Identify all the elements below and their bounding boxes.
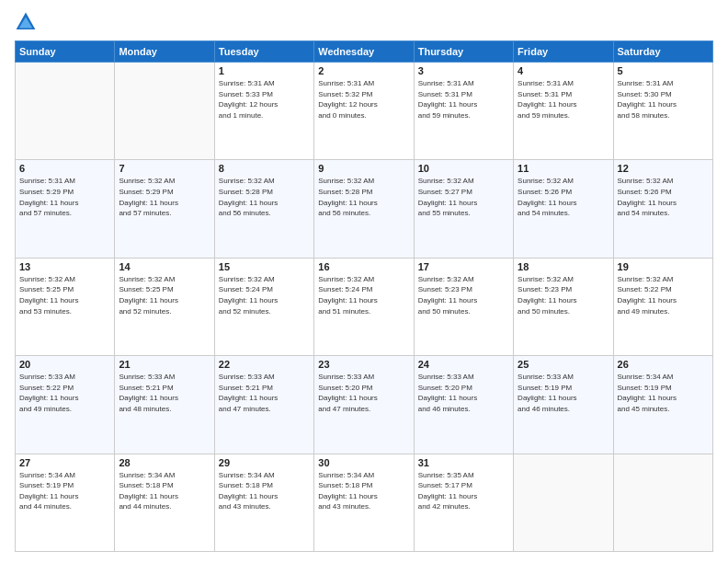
- day-info: Sunrise: 5:32 AM Sunset: 5:28 PM Dayligh…: [219, 176, 310, 218]
- day-number: 23: [318, 359, 409, 370]
- day-info: Sunrise: 5:32 AM Sunset: 5:25 PM Dayligh…: [119, 274, 210, 316]
- day-info: Sunrise: 5:34 AM Sunset: 5:19 PM Dayligh…: [19, 470, 110, 512]
- day-number: 21: [119, 359, 210, 370]
- day-info: Sunrise: 5:32 AM Sunset: 5:26 PM Dayligh…: [618, 176, 709, 218]
- calendar-cell: 2Sunrise: 5:31 AM Sunset: 5:32 PM Daylig…: [314, 63, 414, 160]
- calendar-cell: 23Sunrise: 5:33 AM Sunset: 5:20 PM Dayli…: [314, 356, 414, 454]
- calendar-cell: 3Sunrise: 5:31 AM Sunset: 5:31 PM Daylig…: [414, 63, 513, 160]
- weekday-header-wednesday: Wednesday: [314, 41, 414, 63]
- day-number: 15: [219, 261, 310, 272]
- day-info: Sunrise: 5:32 AM Sunset: 5:28 PM Dayligh…: [318, 176, 409, 218]
- day-info: Sunrise: 5:32 AM Sunset: 5:22 PM Dayligh…: [618, 274, 709, 316]
- day-number: 30: [318, 457, 409, 468]
- calendar-cell: 5Sunrise: 5:31 AM Sunset: 5:30 PM Daylig…: [613, 63, 712, 160]
- weekday-header-thursday: Thursday: [414, 41, 513, 63]
- day-number: 22: [219, 359, 310, 370]
- day-number: 28: [119, 457, 210, 468]
- day-number: 9: [318, 163, 409, 174]
- day-number: 24: [418, 359, 509, 370]
- calendar-cell: 28Sunrise: 5:34 AM Sunset: 5:18 PM Dayli…: [115, 454, 214, 551]
- day-number: 3: [418, 65, 509, 76]
- day-info: Sunrise: 5:33 AM Sunset: 5:20 PM Dayligh…: [318, 372, 409, 414]
- day-number: 14: [119, 261, 210, 272]
- day-number: 4: [518, 65, 609, 76]
- day-number: 17: [418, 261, 509, 272]
- day-info: Sunrise: 5:31 AM Sunset: 5:29 PM Dayligh…: [19, 176, 110, 218]
- calendar-cell: 13Sunrise: 5:32 AM Sunset: 5:25 PM Dayli…: [16, 258, 115, 355]
- calendar-cell: [115, 63, 214, 160]
- weekday-header-sunday: Sunday: [16, 41, 115, 63]
- calendar-cell: 24Sunrise: 5:33 AM Sunset: 5:20 PM Dayli…: [414, 356, 513, 454]
- day-number: 19: [618, 261, 709, 272]
- day-number: 31: [418, 457, 509, 468]
- day-number: 16: [318, 261, 409, 272]
- day-info: Sunrise: 5:31 AM Sunset: 5:32 PM Dayligh…: [318, 78, 409, 121]
- calendar-cell: 20Sunrise: 5:33 AM Sunset: 5:22 PM Dayli…: [16, 356, 115, 454]
- day-info: Sunrise: 5:31 AM Sunset: 5:33 PM Dayligh…: [219, 78, 310, 121]
- calendar-cell: 29Sunrise: 5:34 AM Sunset: 5:18 PM Dayli…: [214, 454, 313, 551]
- day-number: 6: [19, 163, 110, 174]
- calendar-cell: 25Sunrise: 5:33 AM Sunset: 5:19 PM Dayli…: [514, 356, 613, 454]
- day-info: Sunrise: 5:33 AM Sunset: 5:21 PM Dayligh…: [219, 372, 310, 414]
- weekday-header-saturday: Saturday: [613, 41, 712, 63]
- calendar-cell: 4Sunrise: 5:31 AM Sunset: 5:31 PM Daylig…: [514, 63, 613, 160]
- day-info: Sunrise: 5:33 AM Sunset: 5:20 PM Dayligh…: [418, 372, 509, 414]
- day-info: Sunrise: 5:35 AM Sunset: 5:17 PM Dayligh…: [418, 470, 509, 512]
- day-info: Sunrise: 5:32 AM Sunset: 5:24 PM Dayligh…: [318, 274, 409, 316]
- calendar-cell: [613, 454, 712, 551]
- calendar-cell: 31Sunrise: 5:35 AM Sunset: 5:17 PM Dayli…: [414, 454, 513, 551]
- day-info: Sunrise: 5:32 AM Sunset: 5:27 PM Dayligh…: [418, 176, 509, 218]
- day-number: 10: [418, 163, 509, 174]
- day-number: 8: [219, 163, 310, 174]
- weekday-header-friday: Friday: [514, 41, 613, 63]
- day-info: Sunrise: 5:31 AM Sunset: 5:31 PM Dayligh…: [418, 78, 509, 121]
- day-number: 5: [618, 65, 709, 76]
- day-number: 12: [618, 163, 709, 174]
- day-info: Sunrise: 5:32 AM Sunset: 5:24 PM Dayligh…: [219, 274, 310, 316]
- calendar-cell: 8Sunrise: 5:32 AM Sunset: 5:28 PM Daylig…: [214, 160, 313, 258]
- day-info: Sunrise: 5:31 AM Sunset: 5:30 PM Dayligh…: [618, 78, 709, 121]
- day-info: Sunrise: 5:34 AM Sunset: 5:18 PM Dayligh…: [119, 470, 210, 512]
- calendar-cell: 26Sunrise: 5:34 AM Sunset: 5:19 PM Dayli…: [613, 356, 712, 454]
- day-info: Sunrise: 5:32 AM Sunset: 5:23 PM Dayligh…: [418, 274, 509, 316]
- logo: [15, 11, 40, 33]
- calendar-cell: 11Sunrise: 5:32 AM Sunset: 5:26 PM Dayli…: [514, 160, 613, 258]
- calendar-cell: [514, 454, 613, 551]
- calendar-cell: 27Sunrise: 5:34 AM Sunset: 5:19 PM Dayli…: [16, 454, 115, 551]
- calendar-cell: 10Sunrise: 5:32 AM Sunset: 5:27 PM Dayli…: [414, 160, 513, 258]
- day-info: Sunrise: 5:33 AM Sunset: 5:19 PM Dayligh…: [518, 372, 609, 414]
- calendar-cell: 16Sunrise: 5:32 AM Sunset: 5:24 PM Dayli…: [314, 258, 414, 355]
- calendar-cell: 6Sunrise: 5:31 AM Sunset: 5:29 PM Daylig…: [16, 160, 115, 258]
- weekday-header-tuesday: Tuesday: [214, 41, 313, 63]
- day-info: Sunrise: 5:32 AM Sunset: 5:23 PM Dayligh…: [518, 274, 609, 316]
- day-info: Sunrise: 5:32 AM Sunset: 5:26 PM Dayligh…: [518, 176, 609, 218]
- weekday-header-monday: Monday: [115, 41, 214, 63]
- day-info: Sunrise: 5:33 AM Sunset: 5:22 PM Dayligh…: [19, 372, 110, 414]
- calendar-cell: 1Sunrise: 5:31 AM Sunset: 5:33 PM Daylig…: [214, 63, 313, 160]
- day-number: 7: [119, 163, 210, 174]
- calendar-cell: 9Sunrise: 5:32 AM Sunset: 5:28 PM Daylig…: [314, 160, 414, 258]
- day-info: Sunrise: 5:34 AM Sunset: 5:19 PM Dayligh…: [618, 372, 709, 414]
- day-number: 18: [518, 261, 609, 272]
- day-number: 26: [618, 359, 709, 370]
- calendar-cell: 21Sunrise: 5:33 AM Sunset: 5:21 PM Dayli…: [115, 356, 214, 454]
- day-number: 29: [219, 457, 310, 468]
- day-number: 11: [518, 163, 609, 174]
- day-number: 13: [19, 261, 110, 272]
- day-number: 20: [19, 359, 110, 370]
- calendar-cell: 15Sunrise: 5:32 AM Sunset: 5:24 PM Dayli…: [214, 258, 313, 355]
- day-number: 1: [219, 65, 310, 76]
- calendar-cell: 30Sunrise: 5:34 AM Sunset: 5:18 PM Dayli…: [314, 454, 414, 551]
- day-info: Sunrise: 5:32 AM Sunset: 5:29 PM Dayligh…: [119, 176, 210, 218]
- logo-icon: [15, 11, 37, 33]
- day-number: 25: [518, 359, 609, 370]
- calendar-cell: 17Sunrise: 5:32 AM Sunset: 5:23 PM Dayli…: [414, 258, 513, 355]
- day-info: Sunrise: 5:32 AM Sunset: 5:25 PM Dayligh…: [19, 274, 110, 316]
- day-info: Sunrise: 5:31 AM Sunset: 5:31 PM Dayligh…: [518, 78, 609, 121]
- calendar-cell: [16, 63, 115, 160]
- day-info: Sunrise: 5:34 AM Sunset: 5:18 PM Dayligh…: [219, 470, 310, 512]
- day-number: 2: [318, 65, 409, 76]
- calendar-cell: 19Sunrise: 5:32 AM Sunset: 5:22 PM Dayli…: [613, 258, 712, 355]
- day-info: Sunrise: 5:34 AM Sunset: 5:18 PM Dayligh…: [318, 470, 409, 512]
- calendar-cell: 14Sunrise: 5:32 AM Sunset: 5:25 PM Dayli…: [115, 258, 214, 355]
